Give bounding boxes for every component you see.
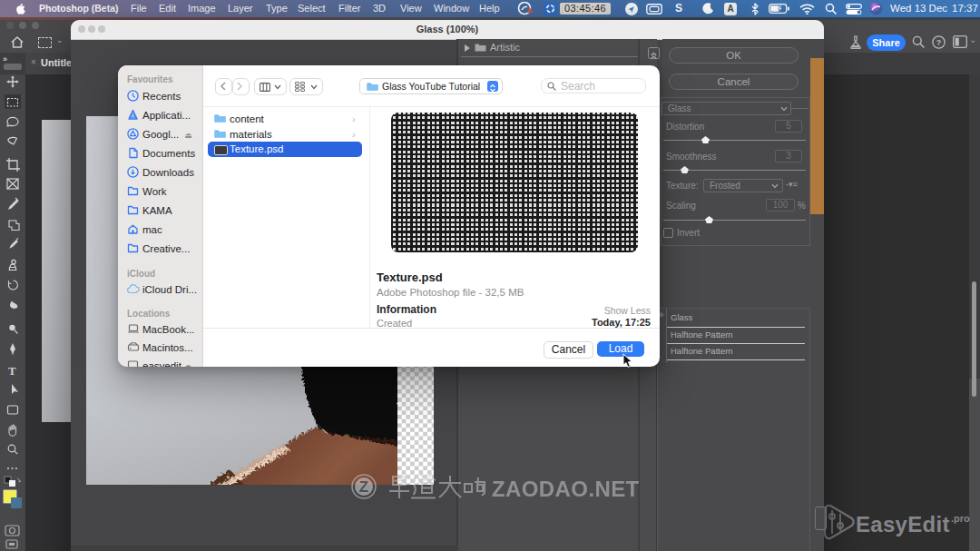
svg-text:ZAODAO.NET: ZAODAO.NET xyxy=(492,477,640,501)
svg-text:.pro: .pro xyxy=(951,513,970,524)
svg-text:?: ? xyxy=(936,38,942,47)
svg-text:Z: Z xyxy=(359,478,368,496)
svg-text:T: T xyxy=(8,364,16,378)
svg-text:EasyEdit: EasyEdit xyxy=(856,512,950,536)
